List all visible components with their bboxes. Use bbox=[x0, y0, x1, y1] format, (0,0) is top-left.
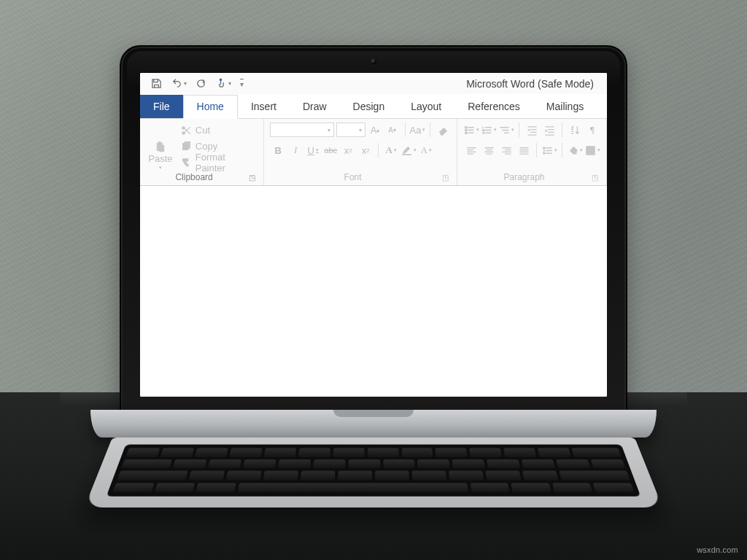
justify-icon bbox=[519, 145, 530, 156]
format-painter-icon bbox=[181, 158, 191, 168]
customize-qat-button[interactable]: ▾ bbox=[236, 77, 247, 90]
line-spacing-button[interactable]: ▾ bbox=[541, 142, 557, 158]
word-app: ▾ ▾ ▾ Microsoft Word (Safe Mode) bbox=[140, 73, 607, 397]
cut-button[interactable]: Cut bbox=[181, 122, 258, 139]
paragraph-dialog-launcher[interactable]: ◳ bbox=[589, 174, 600, 182]
font-name-combo[interactable]: ▾ bbox=[270, 122, 334, 137]
svg-point-11 bbox=[465, 132, 466, 133]
decrease-font-button[interactable]: A▾ bbox=[384, 122, 400, 138]
group-font-label: Font bbox=[270, 172, 436, 182]
borders-button[interactable]: ▾ bbox=[584, 142, 600, 158]
clipboard-dialog-launcher[interactable]: ◳ bbox=[247, 174, 258, 182]
text-effects-button[interactable]: A▾ bbox=[383, 142, 399, 158]
borders-icon bbox=[585, 145, 596, 156]
bold-button[interactable]: B bbox=[270, 142, 286, 158]
redo-button[interactable] bbox=[192, 76, 210, 91]
chevron-down-icon: ▾ bbox=[228, 80, 231, 87]
sort-icon bbox=[570, 125, 581, 136]
chevron-down-icon: ▾ bbox=[476, 127, 479, 133]
show-marks-button[interactable]: ¶ bbox=[584, 122, 600, 138]
tab-file[interactable]: File bbox=[140, 95, 183, 118]
paste-icon bbox=[155, 141, 166, 152]
justify-button[interactable] bbox=[516, 142, 532, 158]
outdent-icon bbox=[527, 125, 538, 136]
multilevel-list-button[interactable]: ▾ bbox=[498, 122, 514, 138]
laptop-keyboard bbox=[85, 438, 663, 508]
tab-review[interactable]: Review bbox=[597, 95, 607, 118]
tab-insert[interactable]: Insert bbox=[238, 95, 290, 118]
chevron-down-icon: ▾ bbox=[394, 147, 397, 153]
group-clipboard: Paste ▾ Cut Copy bbox=[140, 119, 264, 185]
multilevel-icon bbox=[499, 125, 510, 136]
chevron-down-icon: ▾ bbox=[316, 147, 319, 153]
highlight-button[interactable]: ▾ bbox=[400, 142, 417, 158]
shrink-font-label: A bbox=[388, 126, 393, 134]
chevron-down-icon: ▾ bbox=[580, 147, 583, 153]
superscript-button[interactable]: x2 bbox=[357, 142, 374, 158]
tab-layout[interactable]: Layout bbox=[398, 95, 454, 118]
align-center-icon bbox=[484, 145, 495, 156]
underline-button[interactable]: U▾ bbox=[305, 142, 321, 158]
font-size-combo[interactable]: ▾ bbox=[336, 122, 365, 137]
save-button[interactable] bbox=[147, 76, 166, 91]
copy-icon bbox=[181, 141, 191, 152]
pilcrow-icon: ¶ bbox=[590, 124, 595, 136]
align-left-icon bbox=[466, 145, 477, 156]
chevron-down-icon: ▾ bbox=[184, 80, 187, 87]
chevron-down-icon: ▾ bbox=[511, 127, 514, 133]
ribbon-tabs: File Home Insert Draw Design Layout Refe… bbox=[140, 95, 607, 119]
line-spacing-icon bbox=[542, 145, 553, 156]
sort-button[interactable] bbox=[567, 122, 583, 138]
separator bbox=[562, 143, 562, 158]
tab-home[interactable]: Home bbox=[183, 95, 238, 119]
svg-point-5 bbox=[182, 131, 185, 134]
strike-button[interactable]: abc bbox=[322, 142, 338, 158]
grow-font-label: A bbox=[371, 125, 377, 136]
chevron-down-icon: ▾ bbox=[597, 147, 600, 153]
separator bbox=[430, 122, 430, 137]
chevron-down-icon: ▾ bbox=[554, 147, 557, 153]
keyboard-well bbox=[107, 445, 641, 497]
change-case-button[interactable]: Aa▾ bbox=[409, 122, 425, 138]
align-center-button[interactable] bbox=[481, 142, 497, 158]
separator bbox=[519, 122, 519, 137]
separator bbox=[562, 122, 562, 137]
copy-label: Copy bbox=[196, 141, 217, 152]
svg-point-0 bbox=[198, 80, 204, 87]
font-dialog-launcher[interactable]: ◳ bbox=[440, 174, 451, 182]
bullets-icon bbox=[464, 125, 475, 136]
tab-design[interactable]: Design bbox=[340, 95, 398, 118]
cut-label: Cut bbox=[196, 125, 210, 136]
group-clipboard-label: Clipboard bbox=[146, 172, 242, 182]
touch-mode-button[interactable]: ▾ bbox=[212, 76, 235, 91]
increase-indent-button[interactable] bbox=[541, 122, 557, 138]
screen: ▾ ▾ ▾ Microsoft Word (Safe Mode) bbox=[140, 73, 607, 397]
scissors-icon bbox=[181, 125, 191, 136]
align-left-button[interactable] bbox=[463, 142, 479, 158]
tab-draw[interactable]: Draw bbox=[290, 95, 340, 118]
separator bbox=[378, 143, 379, 158]
tab-references[interactable]: References bbox=[454, 95, 533, 118]
decrease-indent-button[interactable] bbox=[524, 122, 540, 138]
tab-mailings[interactable]: Mailings bbox=[533, 95, 597, 118]
increase-font-button[interactable]: A▴ bbox=[367, 122, 383, 138]
group-paragraph-label: Paragraph bbox=[463, 172, 585, 182]
format-painter-button[interactable]: Format Painter bbox=[181, 155, 258, 171]
undo-icon bbox=[171, 78, 182, 89]
undo-button[interactable]: ▾ bbox=[167, 76, 190, 91]
italic-button[interactable]: I bbox=[287, 142, 303, 158]
shading-button[interactable]: ▾ bbox=[567, 142, 583, 158]
clear-formatting-button[interactable] bbox=[435, 122, 451, 138]
paste-label: Paste bbox=[148, 153, 172, 164]
highlight-icon bbox=[401, 145, 412, 156]
font-color-button[interactable]: A▾ bbox=[418, 142, 434, 158]
ribbon: Paste ▾ Cut Copy bbox=[140, 119, 607, 186]
change-case-label: Aa bbox=[409, 125, 421, 136]
document-canvas[interactable] bbox=[140, 186, 607, 397]
subscript-button[interactable]: x2 bbox=[340, 142, 356, 158]
align-right-button[interactable] bbox=[498, 142, 514, 158]
chevron-down-icon: ▾ bbox=[429, 147, 432, 153]
paste-button[interactable]: Paste ▾ bbox=[146, 122, 175, 171]
bullets-button[interactable]: ▾ bbox=[463, 122, 479, 138]
numbering-button[interactable]: ▾ bbox=[481, 122, 497, 138]
